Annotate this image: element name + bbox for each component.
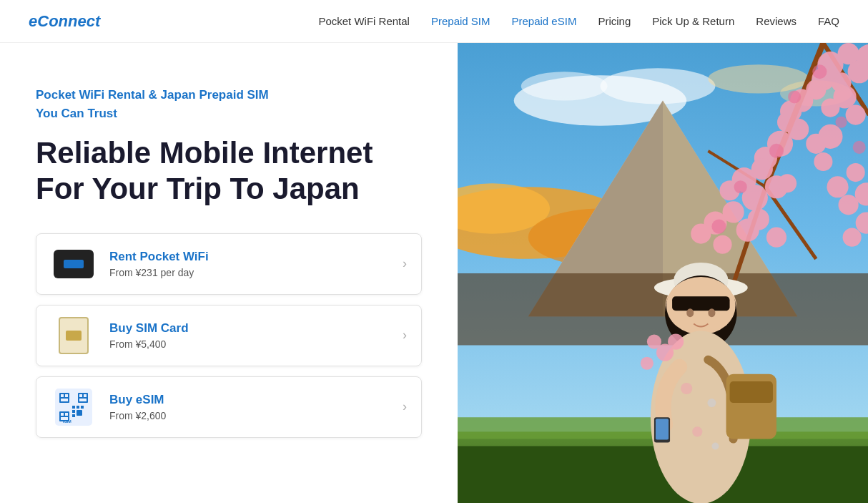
main-nav: Pocket WiFi Rental Prepaid SIM Prepaid e…: [318, 15, 839, 27]
svg-point-68: [778, 174, 797, 192]
svg-point-77: [847, 163, 865, 182]
svg-point-100: [681, 383, 692, 394]
svg-point-83: [788, 90, 801, 103]
svg-rect-3: [65, 394, 68, 397]
svg-point-86: [711, 220, 726, 234]
svg-rect-14: [77, 406, 79, 409]
svg-point-97: [708, 308, 715, 317]
svg-rect-16: [72, 410, 75, 413]
svg-point-102: [692, 426, 702, 436]
svg-point-88: [853, 141, 866, 154]
svg-point-109: [647, 335, 661, 349]
svg-point-60: [818, 124, 842, 149]
svg-rect-107: [656, 419, 669, 439]
right-panel: [458, 43, 868, 503]
svg-point-54: [833, 85, 856, 108]
card-sim[interactable]: Buy SIM Card From ¥5,400 ›: [36, 305, 422, 366]
svg-rect-11: [84, 394, 87, 397]
svg-point-85: [734, 180, 747, 193]
svg-rect-105: [730, 381, 773, 403]
card-wifi-title: Rent Pocket WiFi: [109, 250, 395, 264]
card-wifi-info: Rent Pocket WiFi From ¥231 per day: [109, 250, 395, 278]
svg-point-55: [846, 105, 866, 125]
svg-point-73: [713, 235, 731, 254]
svg-point-81: [843, 228, 862, 247]
tagline-line1: Pocket WiFi Rental & Japan Prepaid SIM: [36, 86, 422, 104]
wifi-device-icon: [51, 247, 97, 281]
card-esim-arrow: ›: [403, 399, 407, 414]
svg-point-76: [827, 176, 848, 197]
svg-point-84: [769, 144, 784, 158]
tagline: Pocket WiFi Rental & Japan Prepaid SIM Y…: [36, 86, 422, 122]
svg-point-51: [806, 79, 826, 99]
card-sim-arrow: ›: [403, 328, 407, 343]
svg-rect-6: [61, 413, 64, 416]
svg-point-23: [521, 72, 608, 100]
nav-item-pickup-return[interactable]: Pick Up & Return: [652, 15, 734, 27]
svg-point-61: [814, 152, 832, 171]
nav-item-faq[interactable]: FAQ: [818, 15, 839, 27]
svg-point-111: [641, 357, 654, 370]
card-sim-title: Buy SIM Card: [109, 321, 395, 336]
card-esim[interactable]: eSIM Buy eSIM From ¥2,600 ›: [36, 376, 422, 438]
main-content: Pocket WiFi Rental & Japan Prepaid SIM Y…: [0, 43, 868, 503]
svg-point-96: [686, 308, 694, 317]
svg-point-71: [691, 224, 711, 244]
nav-item-pocket-wifi[interactable]: Pocket WiFi Rental: [318, 15, 410, 27]
svg-rect-12: [79, 399, 87, 401]
svg-rect-17: [77, 410, 82, 416]
card-sim-info: Buy SIM Card From ¥5,400: [109, 321, 395, 350]
svg-point-64: [751, 158, 773, 180]
card-wifi-subtitle: From ¥231 per day: [109, 267, 395, 278]
sim-card-icon: [51, 318, 97, 353]
nav-item-pricing[interactable]: Pricing: [598, 15, 631, 27]
svg-text:eSIM: eSIM: [63, 419, 71, 424]
logo-connect: Connect: [37, 12, 100, 30]
svg-point-82: [812, 64, 827, 79]
card-sim-subtitle: From ¥5,400: [109, 338, 395, 350]
svg-point-87: [835, 117, 847, 128]
left-panel: Pocket WiFi Rental & Japan Prepaid SIM Y…: [0, 43, 458, 503]
card-esim-title: Buy eSIM: [109, 393, 395, 407]
headline: Reliable Mobile Internet For Your Trip T…: [36, 135, 422, 207]
header: eConnect Pocket WiFi Rental Prepaid SIM …: [0, 0, 868, 43]
logo[interactable]: eConnect: [29, 12, 100, 31]
svg-rect-18: [72, 414, 75, 417]
headline-line1: Reliable Mobile Internet: [36, 135, 422, 171]
tagline-line2: You Can Trust: [36, 104, 422, 123]
svg-point-103: [711, 442, 719, 449]
svg-point-70: [723, 201, 744, 223]
esim-icon: eSIM: [51, 390, 97, 424]
nav-item-reviews[interactable]: Reviews: [756, 15, 797, 27]
svg-rect-13: [72, 406, 75, 409]
svg-point-22: [600, 68, 715, 104]
svg-rect-10: [79, 394, 82, 397]
headline-line2: For Your Trip To Japan: [36, 171, 422, 207]
svg-point-75: [766, 228, 786, 248]
svg-rect-2: [61, 394, 64, 397]
svg-rect-7: [65, 413, 68, 416]
svg-rect-4: [61, 399, 68, 401]
svg-point-110: [668, 334, 684, 350]
nav-item-prepaid-sim[interactable]: Prepaid SIM: [431, 15, 490, 27]
card-wifi[interactable]: Rent Pocket WiFi From ¥231 per day ›: [36, 233, 422, 295]
card-esim-info: Buy eSIM From ¥2,600: [109, 393, 395, 421]
svg-rect-15: [81, 406, 84, 409]
svg-point-79: [839, 195, 859, 215]
card-esim-subtitle: From ¥2,600: [109, 410, 395, 421]
card-wifi-arrow: ›: [403, 256, 407, 271]
logo-e: e: [29, 12, 37, 30]
svg-point-101: [707, 399, 716, 407]
nav-item-prepaid-esim[interactable]: Prepaid eSIM: [512, 15, 577, 27]
svg-rect-95: [672, 296, 729, 311]
svg-point-62: [777, 112, 797, 132]
svg-point-74: [748, 208, 769, 230]
